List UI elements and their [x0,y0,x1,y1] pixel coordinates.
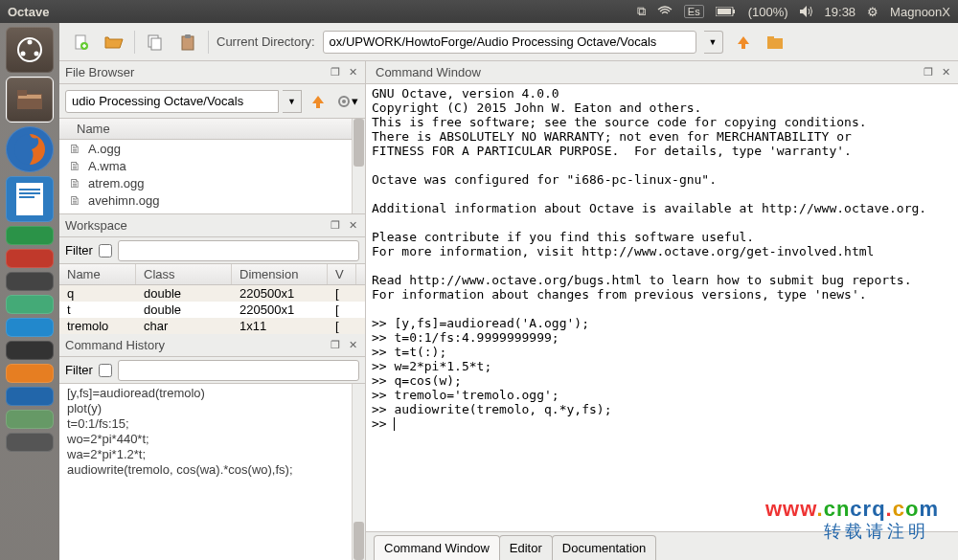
app-icon-7[interactable] [6,364,54,383]
svg-rect-15 [19,196,34,198]
svg-rect-2 [718,9,731,14]
undock-icon[interactable]: ❐ [922,66,935,79]
tab-documentation[interactable]: Documentation [552,535,656,560]
file-row[interactable]: 🗎avehymnus.ogg [59,209,352,213]
svg-marker-3 [800,6,807,17]
svg-rect-10 [17,90,27,96]
history-row[interactable]: wo=2*pi*440*t; [59,432,352,447]
history-row[interactable]: t=0:1/fs:15; [59,416,352,432]
workspace-row[interactable]: tremolochar1x11[ [59,318,365,334]
tab-editor[interactable]: Editor [499,535,553,560]
close-icon[interactable]: ✕ [346,66,359,79]
up-dir-button[interactable] [731,30,756,55]
dash-icon[interactable] [6,27,54,73]
firefox-icon[interactable] [6,126,54,172]
copy-button[interactable] [143,30,168,55]
file-icon: 🗎 [69,193,82,208]
fb-toolbar: ▼ ▾ [59,84,365,119]
current-directory-input[interactable] [323,31,696,54]
ch-filter-checkbox[interactable] [99,364,112,377]
battery-pct: (100%) [748,5,788,19]
workspace-header: Workspace ❐ ✕ [59,214,365,237]
cd-dropdown[interactable]: ▼ [704,31,723,54]
svg-rect-14 [19,192,40,194]
file-name: avehimn.ogg [88,193,159,208]
right-column: Command Window ❐ ✕ GNU Octave, version 4… [366,61,958,560]
app-title: Octave [8,5,637,19]
keyboard-lang[interactable]: Es [684,5,704,18]
history-row[interactable]: audiowrite(tremolo, cos(wa).*cos(wo),fs)… [59,462,352,478]
fb-scrollbar[interactable] [352,119,365,213]
ch-scrollbar[interactable] [352,384,365,560]
battery-icon[interactable] [716,7,737,16]
svg-point-5 [28,40,33,45]
workspace-row[interactable]: tdouble220500x1[ [59,302,365,318]
history-row[interactable]: plot(y) [59,401,352,416]
app-icon-4[interactable] [6,295,54,314]
command-window-body[interactable]: GNU Octave, version 4.0.0 Copyright (C) … [366,84,958,531]
history-row[interactable]: [y,fs]=audioread(tremolo) [59,386,352,401]
dropbox-icon[interactable]: ⧉ [637,4,646,19]
tab-command-window[interactable]: Command Window [374,535,500,560]
ws-filter-checkbox[interactable] [99,244,112,258]
app-icon-1[interactable] [6,226,54,245]
new-file-button[interactable] [69,30,94,55]
history-row[interactable]: wa=2*pi*1.2*t; [59,447,352,462]
writer-icon[interactable] [6,176,54,222]
fb-path-dropdown[interactable]: ▼ [283,90,302,113]
ws-table: Name Class Dimension V qdouble220500x1[t… [59,264,365,334]
octave-app: Current Directory: ▼ File Browser ❐ ✕ ▼ … [59,23,958,560]
file-icon: 🗎 [69,159,82,173]
open-file-button[interactable] [102,30,126,55]
file-name: atrem.ogg [88,176,145,190]
close-icon[interactable]: ✕ [346,339,359,352]
ch-list[interactable]: [y,fs]=audioread(tremolo)plot(y)t=0:1/fs… [59,384,365,560]
close-icon[interactable]: ✕ [346,219,359,233]
app-icon-3[interactable] [6,272,54,291]
app-icon-2[interactable] [6,249,54,268]
file-row[interactable]: 🗎avehimn.ogg [59,191,352,209]
file-row[interactable]: 🗎A.ogg [59,140,352,157]
svg-point-6 [21,52,26,56]
separator [208,31,209,54]
undock-icon[interactable]: ❐ [329,66,342,79]
wifi-icon[interactable] [657,6,673,17]
svg-point-25 [342,100,346,103]
browse-dir-button[interactable] [764,30,788,55]
file-icon: 🗎 [69,211,82,214]
app-icon-8[interactable] [6,387,54,406]
ws-filter-row: Filter [59,237,365,264]
system-menubar: Octave ⧉ Es (100%) 19:38 ⚙ MagnoonX [0,0,958,23]
file-icon: 🗎 [69,142,82,156]
app-icon-10[interactable] [6,433,54,452]
file-icon: 🗎 [69,176,82,190]
ws-filter-input[interactable] [118,240,359,261]
volume-icon[interactable] [800,6,813,17]
fb-path-input[interactable] [65,90,279,113]
app-icon-9[interactable] [6,410,54,429]
files-icon[interactable] [6,77,54,123]
ws-table-header[interactable]: Name Class Dimension V [59,264,365,285]
ch-filter-input[interactable] [118,360,359,381]
main-toolbar: Current Directory: ▼ [59,23,958,61]
app-icon-5[interactable] [6,318,54,337]
file-row[interactable]: 🗎atrem.ogg [59,174,352,191]
text-cursor [394,417,395,431]
gear-icon[interactable]: ⚙ [867,5,878,19]
app-icon-6[interactable] [6,341,54,360]
undock-icon[interactable]: ❐ [329,339,342,352]
undock-icon[interactable]: ❐ [329,219,342,233]
cd-label: Current Directory: [217,34,315,49]
file-row[interactable]: 🗎A.wma [59,157,352,174]
fb-gear-button[interactable]: ▾ [334,89,359,114]
fb-up-button[interactable] [306,89,331,114]
file-name: avehymnus.ogg [88,211,176,214]
file-name: A.ogg [88,142,121,156]
svg-rect-23 [767,36,774,40]
close-icon[interactable]: ✕ [939,66,952,79]
svg-rect-21 [185,34,191,38]
fb-name-header[interactable]: Name [59,119,352,140]
workspace-row[interactable]: qdouble220500x1[ [59,285,365,302]
svg-rect-19 [151,38,161,50]
paste-button[interactable] [175,30,200,55]
